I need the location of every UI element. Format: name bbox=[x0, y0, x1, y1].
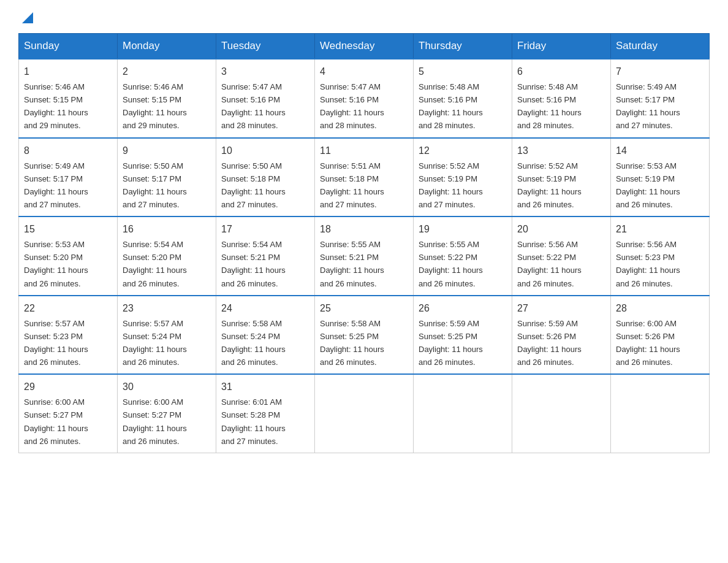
calendar-cell: 1Sunrise: 5:46 AMSunset: 5:15 PMDaylight… bbox=[19, 59, 118, 138]
weekday-header-friday: Friday bbox=[512, 34, 611, 59]
day-number: 5 bbox=[419, 64, 507, 79]
calendar-cell: 20Sunrise: 5:56 AMSunset: 5:22 PMDayligh… bbox=[512, 216, 611, 296]
weekday-header-row: SundayMondayTuesdayWednesdayThursdayFrid… bbox=[19, 34, 710, 59]
calendar-cell: 18Sunrise: 5:55 AMSunset: 5:21 PMDayligh… bbox=[315, 216, 414, 296]
day-number: 10 bbox=[221, 144, 309, 158]
svg-marker-0 bbox=[22, 12, 33, 23]
day-number: 17 bbox=[221, 222, 309, 237]
week-row-1: 1Sunrise: 5:46 AMSunset: 5:15 PMDaylight… bbox=[19, 59, 710, 138]
day-info: Sunrise: 5:55 AMSunset: 5:21 PMDaylight:… bbox=[320, 240, 384, 288]
day-info: Sunrise: 6:00 AMSunset: 5:27 PMDaylight:… bbox=[24, 397, 88, 445]
weekday-header-thursday: Thursday bbox=[414, 34, 512, 59]
day-number: 12 bbox=[419, 144, 507, 158]
day-number: 26 bbox=[419, 301, 507, 316]
calendar-cell: 7Sunrise: 5:49 AMSunset: 5:17 PMDaylight… bbox=[611, 59, 710, 138]
day-number: 30 bbox=[123, 380, 211, 394]
day-info: Sunrise: 5:50 AMSunset: 5:18 PMDaylight:… bbox=[221, 161, 286, 209]
day-info: Sunrise: 6:01 AMSunset: 5:28 PMDaylight:… bbox=[221, 397, 286, 445]
calendar-cell: 31Sunrise: 6:01 AMSunset: 5:28 PMDayligh… bbox=[216, 374, 315, 453]
week-row-3: 15Sunrise: 5:53 AMSunset: 5:20 PMDayligh… bbox=[19, 216, 710, 296]
calendar-cell: 16Sunrise: 5:54 AMSunset: 5:20 PMDayligh… bbox=[118, 216, 216, 296]
day-number: 21 bbox=[616, 222, 704, 237]
day-info: Sunrise: 5:49 AMSunset: 5:17 PMDaylight:… bbox=[616, 82, 680, 130]
day-info: Sunrise: 5:59 AMSunset: 5:26 PMDaylight:… bbox=[517, 319, 582, 367]
calendar-cell: 19Sunrise: 5:55 AMSunset: 5:22 PMDayligh… bbox=[414, 216, 512, 296]
day-info: Sunrise: 6:00 AMSunset: 5:26 PMDaylight:… bbox=[616, 319, 680, 367]
day-info: Sunrise: 5:49 AMSunset: 5:17 PMDaylight:… bbox=[24, 161, 88, 209]
week-row-2: 8Sunrise: 5:49 AMSunset: 5:17 PMDaylight… bbox=[19, 138, 710, 217]
day-number: 16 bbox=[123, 222, 211, 237]
page-header bbox=[18, 12, 710, 21]
calendar-cell: 2Sunrise: 5:46 AMSunset: 5:15 PMDaylight… bbox=[118, 59, 216, 138]
day-info: Sunrise: 5:55 AMSunset: 5:22 PMDaylight:… bbox=[419, 240, 483, 288]
day-number: 11 bbox=[320, 144, 408, 158]
day-number: 28 bbox=[616, 301, 704, 316]
day-info: Sunrise: 5:48 AMSunset: 5:16 PMDaylight:… bbox=[517, 82, 582, 130]
calendar-cell: 15Sunrise: 5:53 AMSunset: 5:20 PMDayligh… bbox=[19, 216, 118, 296]
day-info: Sunrise: 5:57 AMSunset: 5:23 PMDaylight:… bbox=[24, 319, 88, 367]
day-number: 14 bbox=[616, 144, 704, 158]
day-number: 3 bbox=[221, 64, 309, 79]
weekday-header-saturday: Saturday bbox=[611, 34, 710, 59]
day-info: Sunrise: 5:47 AMSunset: 5:16 PMDaylight:… bbox=[320, 82, 384, 130]
calendar-cell: 3Sunrise: 5:47 AMSunset: 5:16 PMDaylight… bbox=[216, 59, 315, 138]
calendar-cell bbox=[512, 374, 611, 453]
day-info: Sunrise: 5:58 AMSunset: 5:24 PMDaylight:… bbox=[221, 319, 286, 367]
day-info: Sunrise: 5:56 AMSunset: 5:23 PMDaylight:… bbox=[616, 240, 680, 288]
calendar-cell: 13Sunrise: 5:52 AMSunset: 5:19 PMDayligh… bbox=[512, 138, 611, 217]
day-number: 29 bbox=[24, 380, 112, 394]
day-info: Sunrise: 5:53 AMSunset: 5:20 PMDaylight:… bbox=[24, 240, 88, 288]
calendar-cell: 26Sunrise: 5:59 AMSunset: 5:25 PMDayligh… bbox=[414, 296, 512, 375]
day-number: 15 bbox=[24, 222, 112, 237]
calendar-cell: 10Sunrise: 5:50 AMSunset: 5:18 PMDayligh… bbox=[216, 138, 315, 217]
calendar-cell: 28Sunrise: 6:00 AMSunset: 5:26 PMDayligh… bbox=[611, 296, 710, 375]
day-info: Sunrise: 5:51 AMSunset: 5:18 PMDaylight:… bbox=[320, 161, 384, 209]
calendar-cell: 22Sunrise: 5:57 AMSunset: 5:23 PMDayligh… bbox=[19, 296, 118, 375]
calendar-cell: 12Sunrise: 5:52 AMSunset: 5:19 PMDayligh… bbox=[414, 138, 512, 217]
calendar-cell: 5Sunrise: 5:48 AMSunset: 5:16 PMDaylight… bbox=[414, 59, 512, 138]
day-number: 22 bbox=[24, 301, 112, 316]
calendar-cell bbox=[611, 374, 710, 453]
day-info: Sunrise: 5:46 AMSunset: 5:15 PMDaylight:… bbox=[24, 82, 88, 130]
calendar-cell: 21Sunrise: 5:56 AMSunset: 5:23 PMDayligh… bbox=[611, 216, 710, 296]
day-number: 6 bbox=[517, 64, 605, 79]
day-info: Sunrise: 5:57 AMSunset: 5:24 PMDaylight:… bbox=[123, 319, 187, 367]
day-number: 19 bbox=[419, 222, 507, 237]
day-number: 8 bbox=[24, 144, 112, 158]
calendar-cell bbox=[414, 374, 512, 453]
day-info: Sunrise: 5:56 AMSunset: 5:22 PMDaylight:… bbox=[517, 240, 582, 288]
weekday-header-sunday: Sunday bbox=[19, 34, 118, 59]
calendar-cell: 23Sunrise: 5:57 AMSunset: 5:24 PMDayligh… bbox=[118, 296, 216, 375]
day-info: Sunrise: 5:48 AMSunset: 5:16 PMDaylight:… bbox=[419, 82, 483, 130]
calendar-cell: 24Sunrise: 5:58 AMSunset: 5:24 PMDayligh… bbox=[216, 296, 315, 375]
week-row-4: 22Sunrise: 5:57 AMSunset: 5:23 PMDayligh… bbox=[19, 296, 710, 375]
calendar-cell bbox=[315, 374, 414, 453]
calendar-cell: 9Sunrise: 5:50 AMSunset: 5:17 PMDaylight… bbox=[118, 138, 216, 217]
day-number: 24 bbox=[221, 301, 309, 316]
day-number: 1 bbox=[24, 64, 112, 79]
calendar-cell: 14Sunrise: 5:53 AMSunset: 5:19 PMDayligh… bbox=[611, 138, 710, 217]
day-number: 13 bbox=[517, 144, 605, 158]
calendar-cell: 25Sunrise: 5:58 AMSunset: 5:25 PMDayligh… bbox=[315, 296, 414, 375]
calendar-table: SundayMondayTuesdayWednesdayThursdayFrid… bbox=[18, 33, 710, 453]
day-number: 31 bbox=[221, 380, 309, 394]
day-info: Sunrise: 5:50 AMSunset: 5:17 PMDaylight:… bbox=[123, 161, 187, 209]
day-info: Sunrise: 5:59 AMSunset: 5:25 PMDaylight:… bbox=[419, 319, 483, 367]
day-info: Sunrise: 5:58 AMSunset: 5:25 PMDaylight:… bbox=[320, 319, 384, 367]
day-number: 20 bbox=[517, 222, 605, 237]
day-number: 9 bbox=[123, 144, 211, 158]
weekday-header-wednesday: Wednesday bbox=[315, 34, 414, 59]
day-number: 23 bbox=[123, 301, 211, 316]
day-info: Sunrise: 5:54 AMSunset: 5:21 PMDaylight:… bbox=[221, 240, 286, 288]
calendar-cell: 27Sunrise: 5:59 AMSunset: 5:26 PMDayligh… bbox=[512, 296, 611, 375]
logo bbox=[18, 12, 33, 21]
day-info: Sunrise: 5:52 AMSunset: 5:19 PMDaylight:… bbox=[419, 161, 483, 209]
day-number: 18 bbox=[320, 222, 408, 237]
day-number: 7 bbox=[616, 64, 704, 79]
day-number: 27 bbox=[517, 301, 605, 316]
calendar-cell: 6Sunrise: 5:48 AMSunset: 5:16 PMDaylight… bbox=[512, 59, 611, 138]
day-info: Sunrise: 5:47 AMSunset: 5:16 PMDaylight:… bbox=[221, 82, 286, 130]
day-info: Sunrise: 5:46 AMSunset: 5:15 PMDaylight:… bbox=[123, 82, 187, 130]
calendar-cell: 4Sunrise: 5:47 AMSunset: 5:16 PMDaylight… bbox=[315, 59, 414, 138]
week-row-5: 29Sunrise: 6:00 AMSunset: 5:27 PMDayligh… bbox=[19, 374, 710, 453]
